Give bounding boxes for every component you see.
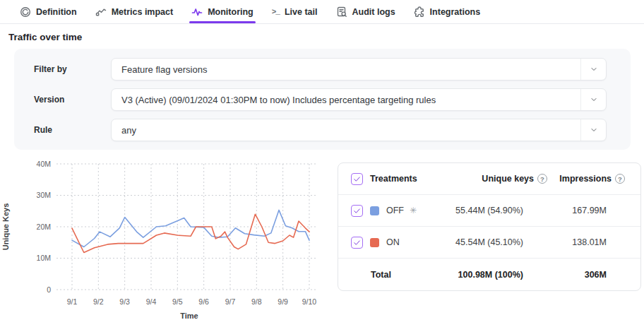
traffic-section: 010M20M30M40M9/19/29/39/49/59/69/79/89/9… — [0, 154, 644, 331]
treatments-table: Treatments Unique keys ? Impressions ? — [338, 162, 641, 291]
svg-text:9/8: 9/8 — [251, 297, 262, 306]
off-unique-keys: 55.44M (54.90%) — [455, 206, 523, 215]
table-row-total: Total 100.98M (100%) 306M — [338, 259, 640, 290]
help-icon[interactable]: ? — [615, 174, 625, 184]
table-header-row: Treatments Unique keys ? Impressions ? — [338, 163, 640, 195]
svg-text:Unique Keys: Unique Keys — [1, 203, 10, 251]
chevron-down-icon — [580, 119, 606, 141]
svg-text:40M: 40M — [37, 160, 51, 168]
help-icon[interactable]: ? — [537, 174, 547, 184]
rule-value: any — [121, 125, 580, 136]
total-impressions: 306M — [585, 270, 607, 280]
svg-text:9/2: 9/2 — [93, 297, 104, 306]
tab-metrics-impact[interactable]: Metrics impact — [95, 0, 174, 23]
filter-by-label: Filter by — [34, 64, 111, 74]
integrations-icon — [414, 6, 425, 18]
filter-by-value: Feature flag versions — [121, 64, 580, 75]
default-treatment-icon: ✳ — [410, 206, 417, 215]
tab-definition[interactable]: Definition — [20, 0, 77, 23]
svg-text:10M: 10M — [37, 254, 51, 262]
tab-audit-logs[interactable]: Audit logs — [336, 0, 395, 23]
rule-label: Rule — [34, 125, 111, 135]
tab-monitoring[interactable]: Monitoring — [191, 0, 254, 23]
table-row-off: OFF ✳ 55.44M (54.90%) 167.99M — [338, 195, 640, 227]
select-all-checkbox[interactable] — [351, 173, 363, 185]
filter-row-filter-by: Filter by Feature flag versions — [34, 58, 607, 81]
chevron-down-icon — [580, 59, 606, 80]
off-swatch — [370, 206, 379, 215]
metrics-impact-icon — [95, 6, 107, 18]
tab-label: Integrations — [430, 7, 481, 17]
svg-text:9/5: 9/5 — [172, 297, 183, 306]
tab-label: Live tail — [285, 7, 318, 17]
svg-text:20M: 20M — [37, 223, 51, 231]
monitoring-icon — [191, 6, 203, 18]
tab-label: Definition — [36, 7, 77, 17]
impressions-header: Impressions — [559, 174, 612, 184]
filter-row-version: Version V3 (Active) (09/01/2024 01:30PM … — [34, 88, 607, 111]
off-treatment-label: OFF — [386, 206, 404, 215]
total-label: Total — [371, 270, 391, 280]
tab-label: Monitoring — [208, 7, 254, 17]
tab-label: Audit logs — [352, 7, 395, 17]
svg-text:9/6: 9/6 — [198, 297, 209, 306]
svg-text:9/10: 9/10 — [302, 297, 317, 306]
tab-live-tail[interactable]: >_ Live tail — [272, 0, 318, 23]
svg-text:9/7: 9/7 — [225, 297, 236, 306]
live-tail-icon: >_ — [272, 8, 280, 16]
version-label: Version — [34, 95, 111, 105]
on-impressions: 138.01M — [572, 237, 607, 247]
traffic-chart: 010M20M30M40M9/19/29/39/49/59/69/79/89/9… — [0, 154, 332, 326]
audit-logs-icon — [336, 6, 347, 18]
svg-text:9/1: 9/1 — [67, 297, 78, 306]
version-select[interactable]: V3 (Active) (09/01/2024 01:30PM to now) … — [111, 88, 607, 111]
tab-label: Metrics impact — [112, 7, 174, 17]
rule-select[interactable]: any — [111, 119, 607, 141]
svg-text:9/9: 9/9 — [278, 297, 288, 306]
off-impressions: 167.99M — [572, 206, 607, 215]
page-title: Traffic over time — [8, 32, 644, 42]
version-value: V3 (Active) (09/01/2024 01:30PM to now) … — [121, 95, 580, 105]
filter-panel: Filter by Feature flag versions Version … — [14, 49, 631, 150]
chevron-down-icon — [580, 89, 606, 110]
total-unique-keys: 100.98M (100%) — [458, 270, 523, 280]
svg-text:9/3: 9/3 — [119, 297, 130, 306]
on-swatch — [370, 238, 379, 247]
treatments-header: Treatments — [370, 174, 417, 184]
filter-by-select[interactable]: Feature flag versions — [111, 58, 607, 81]
svg-text:Time: Time — [180, 312, 198, 320]
filter-row-rule: Rule any — [34, 119, 607, 141]
svg-text:9/4: 9/4 — [146, 297, 157, 306]
definition-icon — [20, 6, 31, 18]
svg-text:0: 0 — [47, 285, 51, 294]
monitoring-page: Definition Metrics impact Monitoring >_ … — [0, 0, 644, 332]
tab-bar: Definition Metrics impact Monitoring >_ … — [0, 0, 644, 24]
on-unique-keys: 45.54M (45.10%) — [455, 237, 523, 247]
unique-keys-header: Unique keys — [482, 174, 534, 184]
off-checkbox[interactable] — [351, 205, 363, 217]
svg-text:30M: 30M — [37, 191, 51, 199]
on-checkbox[interactable] — [351, 237, 363, 249]
on-treatment-label: ON — [386, 237, 400, 247]
table-row-on: ON 45.54M (45.10%) 138.01M — [338, 227, 640, 259]
tab-integrations[interactable]: Integrations — [414, 0, 481, 23]
